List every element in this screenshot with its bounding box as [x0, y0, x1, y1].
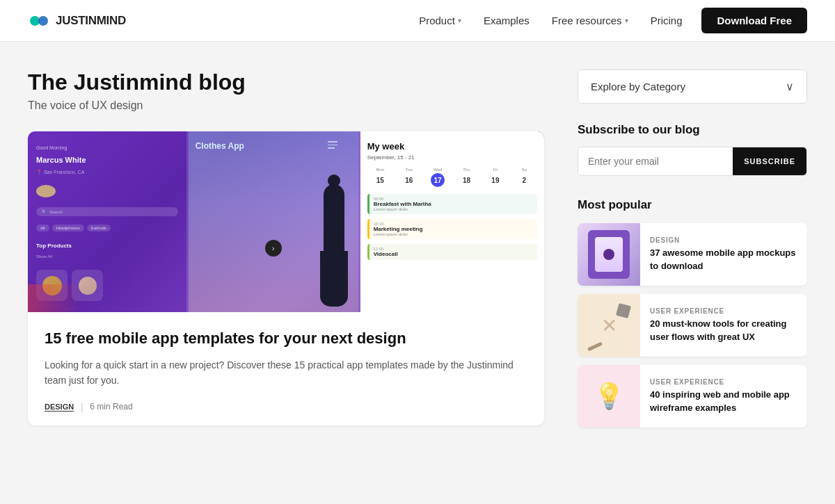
nav-item-pricing[interactable]: Pricing	[651, 15, 683, 26]
popular-headline-2: 20 must-know tools for creating user flo…	[650, 318, 797, 343]
nav-item-free-resources[interactable]: Free resources ▾	[552, 15, 628, 26]
popular-thumb-3: 💡	[578, 365, 640, 428]
featured-body: 15 free mobile app templates for your ne…	[28, 312, 544, 425]
bulb-icon: 💡	[594, 382, 625, 411]
most-popular-title: Most popular	[578, 198, 807, 212]
article-tag[interactable]: DESIGN	[45, 403, 74, 411]
show-all-link: Show All	[36, 254, 178, 259]
thumb-dot	[603, 249, 614, 260]
logo[interactable]: JUSTINMIND	[28, 10, 126, 32]
event-breakfast: 09:00 Breakfast with Martha Lorem ipsum …	[367, 194, 537, 214]
panel-user-name: Marcus White	[36, 156, 178, 164]
figure-silhouette	[320, 174, 348, 312]
featured-article: Good Morning Marcus White 📍 San Francisc…	[28, 131, 544, 425]
category-label: Explore by Category	[591, 81, 685, 92]
subscribe-button[interactable]: SUBSCRIBE	[733, 147, 806, 175]
subscribe-title: Subscribe to our blog	[578, 123, 807, 137]
week-date: September, 15 - 21	[367, 154, 537, 161]
popular-item-1[interactable]: DESIGN 37 awesome mobile app mockups to …	[578, 223, 807, 286]
nav-item-product[interactable]: Product ▾	[419, 15, 461, 26]
nav-item-examples[interactable]: Examples	[484, 15, 530, 26]
chevron-down-icon: ∨	[786, 80, 794, 93]
popular-headline-1: 37 awesome mobile app mockups to downloa…	[650, 247, 797, 272]
page-wrapper: The Justinmind blog The voice of UX desi…	[0, 42, 835, 469]
logo-text: JUSTINMIND	[56, 14, 126, 28]
chevron-down-icon: ▾	[458, 17, 461, 24]
accent-bar	[28, 284, 84, 312]
popular-category-2: USER EXPERIENCE	[650, 307, 797, 315]
panel-dashboard: Good Morning Marcus White 📍 San Francisc…	[28, 131, 189, 312]
thumb-screen	[595, 237, 623, 272]
popular-info-3: USER EXPERIENCE 40 inspiring web and mob…	[640, 365, 807, 428]
read-time: 6 min Read	[90, 402, 132, 412]
popular-item-2[interactable]: ✕ USER EXPERIENCE 20 must-know tools for…	[578, 294, 807, 357]
blog-title: The Justinmind blog	[28, 70, 544, 95]
day-sa: Sa 2	[511, 168, 537, 187]
most-popular-section: Most popular DESIGN 37 awesome mobile ap…	[578, 198, 807, 428]
week-title: My week	[367, 141, 537, 152]
event-videocall: 11:00 Videocall	[367, 244, 537, 260]
panel-calendar: My week September, 15 - 21 Mon 15 Tue 16…	[360, 131, 544, 312]
top-products-label: Top Products	[36, 243, 178, 249]
day-thu: Thu 18	[454, 168, 479, 187]
subscribe-form: SUBSCRIBE	[578, 147, 807, 176]
popular-category-1: DESIGN	[650, 236, 797, 244]
tag-all: All	[36, 225, 49, 231]
chevron-down-icon: ▾	[625, 17, 628, 24]
featured-image: Good Morning Marcus White 📍 San Francisc…	[28, 131, 544, 312]
tag-earbuds: Earbuds	[87, 225, 111, 231]
popular-list: DESIGN 37 awesome mobile app mockups to …	[578, 223, 807, 428]
featured-headline: 15 free mobile app templates for your ne…	[45, 329, 527, 349]
svg-point-1	[38, 16, 48, 26]
popular-item-3[interactable]: 💡 USER EXPERIENCE 40 inspiring web and m…	[578, 365, 807, 428]
nav-link-free-resources[interactable]: Free resources ▾	[552, 15, 628, 26]
day-fri: Fri 19	[482, 168, 508, 187]
logo-icon	[28, 10, 50, 32]
popular-info-1: DESIGN 37 awesome mobile app mockups to …	[640, 223, 807, 286]
panel-greeting: Good Morning	[36, 145, 178, 150]
nav-link-examples[interactable]: Examples	[484, 15, 530, 26]
popular-info-2: USER EXPERIENCE 20 must-know tools for c…	[640, 294, 807, 357]
popular-thumb-1	[578, 223, 640, 286]
day-row: Mon 15 Tue 16 Wed 17 Thu	[367, 168, 537, 187]
panel-clothes-app: Clothes App ›	[189, 131, 360, 312]
x-mark-icon: ✕	[601, 314, 617, 337]
panel-location: 📍 San Francisco, CA	[36, 170, 178, 175]
tool-icon	[616, 303, 631, 318]
download-free-button[interactable]: Download Free	[701, 8, 807, 33]
arrow-button[interactable]: ›	[265, 240, 282, 257]
day-mon: Mon 15	[367, 168, 393, 187]
featured-description: Looking for a quick start in a new proje…	[45, 357, 527, 389]
popular-headline-3: 40 inspiring web and mobile app wirefram…	[650, 389, 797, 414]
search-bar: 🔍Search	[36, 207, 178, 216]
nav-link-pricing[interactable]: Pricing	[651, 15, 683, 26]
featured-meta: DESIGN | 6 min Read	[45, 402, 527, 412]
navbar: JUSTINMIND Product ▾ Examples Free resou…	[0, 0, 835, 42]
meta-separator: |	[81, 402, 83, 412]
category-dropdown[interactable]: Explore by Category ∨	[578, 70, 807, 104]
nav-link-product[interactable]: Product ▾	[419, 15, 461, 26]
day-wed: Wed 17	[424, 168, 450, 187]
email-input[interactable]	[578, 147, 733, 175]
nav-links: Product ▾ Examples Free resources ▾ Pric…	[419, 15, 682, 26]
avatar	[36, 185, 56, 197]
blog-subtitle: The voice of UX design	[28, 99, 544, 112]
day-tue: Tue 16	[396, 168, 422, 187]
popular-thumb-2: ✕	[578, 294, 640, 357]
filter-tags: All Headphones Earbuds	[36, 225, 178, 231]
sidebar: Explore by Category ∨ Subscribe to our b…	[578, 70, 807, 428]
svg-point-0	[30, 16, 40, 26]
main-content: The Justinmind blog The voice of UX desi…	[28, 70, 544, 425]
tag-headphones: Headphones	[52, 225, 84, 231]
popular-category-3: USER EXPERIENCE	[650, 378, 797, 386]
subscribe-section: Subscribe to our blog SUBSCRIBE	[578, 123, 807, 176]
thumb-inner	[588, 230, 630, 279]
pencil-icon	[587, 342, 603, 352]
event-marketing: 10:10 Marketing meeting Lorem ipsum dolo…	[367, 219, 537, 239]
